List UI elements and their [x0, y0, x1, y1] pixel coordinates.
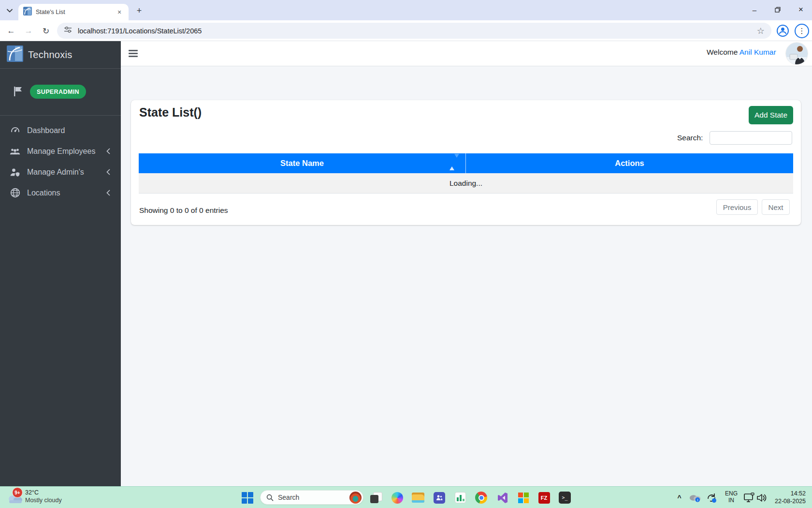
weather-condition: Mostly cloudy [25, 497, 62, 504]
search-icon [266, 494, 274, 501]
sync-status-icon[interactable] [705, 491, 718, 504]
speedometer-icon [10, 125, 20, 136]
brand-name: Technoxis [28, 49, 72, 60]
sidebar-item-label: Manage Employees [27, 147, 106, 156]
search-label: Search: [677, 134, 703, 142]
bing-daily-image-icon[interactable] [349, 492, 362, 504]
taskbar-search[interactable]: Search [260, 490, 363, 505]
language-indicator[interactable]: ENG IN [723, 491, 740, 504]
next-page-button[interactable]: Next [762, 199, 790, 215]
spreadsheet-app-icon[interactable] [454, 491, 467, 504]
window-minimize-button[interactable]: – [746, 3, 763, 16]
teams-icon[interactable] [433, 491, 446, 504]
welcome-text: Welcome Anil Kumar [707, 48, 776, 57]
previous-page-button[interactable]: Previous [716, 199, 758, 215]
tray-chevron-icon[interactable]: ^ [673, 491, 686, 504]
user-link[interactable]: Anil Kumar [740, 48, 776, 56]
tab-title: State's List [36, 9, 115, 15]
taskbar: 9+ 32°C Mostly cloudy Search [0, 486, 812, 508]
flag-icon [13, 86, 23, 99]
task-view-icon[interactable] [369, 491, 382, 504]
brand[interactable]: Technoxis [0, 41, 121, 69]
state-list-card: State List() Add State Search: State Nam… [131, 100, 801, 225]
visual-studio-icon[interactable] [496, 491, 509, 504]
column-header-state-name[interactable]: State Name [139, 153, 466, 173]
user-avatar[interactable] [786, 43, 808, 64]
tray-date: 22-08-2025 [765, 497, 806, 505]
reload-icon[interactable]: ↻ [39, 24, 53, 38]
table-header-row: State Name Actions [139, 153, 793, 173]
screen: State's List × + – × ← → ↻ localhost:719… [0, 0, 812, 508]
sidebar-item-label: Manage Admin's [27, 168, 106, 177]
table-loading-row: Loading... [139, 173, 793, 194]
site-settings-icon[interactable] [64, 26, 72, 36]
new-tab-button[interactable]: + [133, 5, 145, 16]
display-cast-icon[interactable] [742, 491, 755, 504]
sort-icon[interactable] [450, 158, 459, 167]
user-panel: SUPERADMIN [0, 69, 121, 116]
chrome-menu-kebab-icon[interactable]: ⋮ [795, 24, 809, 38]
clock[interactable]: 14:52 22-08-2025 [765, 490, 806, 505]
sidebar-item-dashboard[interactable]: Dashboard [4, 120, 117, 141]
url-text[interactable]: localhost:7191/Locations/StateList/2065 [78, 27, 757, 35]
news-badge: 9+ [12, 487, 23, 498]
svg-text:i: i [697, 497, 698, 502]
taskbar-search-text: Search [278, 493, 349, 501]
window-restore-button[interactable] [769, 3, 786, 16]
sidebar-toggle-hamburger-icon[interactable] [129, 50, 138, 57]
ms-app-icon[interactable] [517, 491, 530, 504]
browser-tab[interactable]: State's List × [18, 4, 129, 20]
file-explorer-icon[interactable] [411, 491, 424, 504]
sidebar: Technoxis SUPERADMIN Dashboard Manage Em… [0, 41, 121, 486]
tab-close-icon[interactable]: × [115, 8, 124, 16]
sidebar-item-locations[interactable]: Locations [4, 182, 117, 203]
loading-text: Loading... [450, 179, 482, 188]
bookmark-star-icon[interactable]: ☆ [757, 26, 765, 36]
filezilla-icon[interactable]: FZ [537, 491, 551, 504]
back-icon[interactable]: ← [4, 24, 18, 38]
entries-summary: Showing 0 to 0 of 0 entries [139, 206, 228, 215]
user-shield-icon [10, 167, 20, 178]
sidebar-item-manage-employees[interactable]: Manage Employees [4, 141, 117, 162]
url-bar[interactable]: localhost:7191/Locations/StateList/2065 … [57, 23, 771, 39]
add-state-button[interactable]: Add State [749, 106, 793, 124]
chevron-left-icon [106, 190, 110, 196]
table-search-input[interactable] [710, 131, 792, 145]
chevron-left-icon [106, 169, 110, 175]
tray-time: 14:52 [765, 490, 806, 497]
browser-tabstrip: State's List × + – × [0, 0, 812, 20]
forward-icon[interactable]: → [21, 24, 36, 38]
page-title: State List() [139, 105, 202, 120]
role-badge[interactable]: SUPERADMIN [30, 85, 86, 99]
onedrive-icon[interactable]: i [688, 491, 701, 504]
profile-icon[interactable] [776, 24, 789, 39]
favicon [23, 7, 32, 17]
window-close-button[interactable]: × [793, 3, 809, 16]
weather-temp: 32°C [25, 489, 39, 496]
column-header-actions[interactable]: Actions [466, 153, 793, 173]
tab-search-chevron-icon[interactable] [4, 5, 15, 16]
start-button[interactable] [241, 491, 254, 504]
sidebar-item-label: Dashboard [27, 126, 117, 135]
sidebar-item-manage-admins[interactable]: Manage Admin's [4, 162, 117, 182]
weather-widget[interactable]: 9+ 32°C Mostly cloudy [0, 487, 97, 508]
users-icon [10, 146, 20, 157]
copilot-icon[interactable] [391, 491, 404, 504]
globe-icon [10, 188, 20, 198]
chrome-icon[interactable] [475, 491, 488, 504]
technoxis-logo-icon [7, 45, 23, 64]
chevron-left-icon [106, 148, 110, 154]
terminal-icon[interactable]: >_ [558, 491, 571, 504]
sidebar-item-label: Locations [27, 189, 106, 197]
